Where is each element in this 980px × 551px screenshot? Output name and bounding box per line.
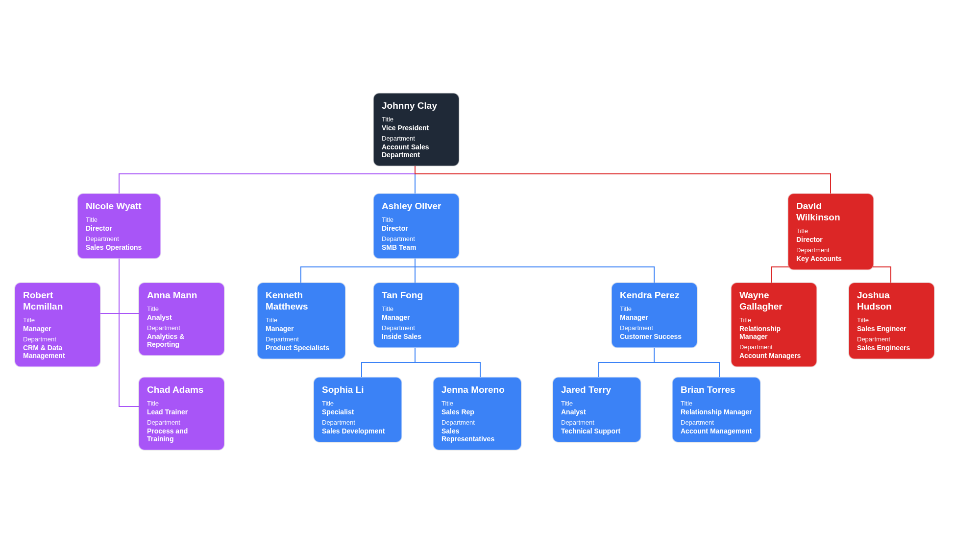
org-node-robert-mcmillan[interactable]: Robert Mcmillan Title Manager Department… — [15, 283, 100, 367]
person-name: Sophia Li — [322, 384, 393, 396]
department-label: Department — [620, 324, 689, 332]
org-node-kendra-perez[interactable]: Kendra Perez Title Manager Department Cu… — [612, 283, 697, 348]
org-node-tan-fong[interactable]: Tan Fong Title Manager Department Inside… — [373, 283, 459, 348]
org-node-wayne-gallagher[interactable]: Wayne Gallagher Title Relationship Manag… — [731, 283, 817, 367]
title-value: Vice President — [382, 124, 451, 132]
department-label: Department — [86, 235, 152, 242]
title-value: Director — [86, 224, 152, 232]
department-label: Department — [382, 135, 451, 142]
person-name: Johnny Clay — [382, 100, 451, 112]
title-value: Director — [382, 224, 451, 232]
department-value: Process and Training — [147, 427, 216, 443]
org-node-kenneth-matthews[interactable]: Kenneth Matthews Title Manager Departmen… — [257, 283, 345, 359]
title-value: Analyst — [147, 313, 216, 321]
department-value: SMB Team — [382, 243, 451, 251]
person-name: Wayne Gallagher — [739, 290, 808, 312]
title-label: Title — [441, 400, 513, 407]
department-label: Department — [147, 419, 216, 426]
title-value: Manager — [23, 325, 92, 333]
department-label: Department — [382, 235, 451, 242]
title-value: Relationship Manager — [681, 408, 752, 416]
title-label: Title — [739, 316, 808, 324]
department-value: Customer Success — [620, 333, 689, 340]
person-name: Tan Fong — [382, 290, 451, 301]
department-value: Sales Operations — [86, 243, 152, 251]
person-name: Chad Adams — [147, 384, 216, 396]
title-value: Sales Engineer — [857, 325, 926, 333]
department-value: Sales Representatives — [441, 427, 513, 443]
title-label: Title — [382, 116, 451, 123]
title-label: Title — [620, 305, 689, 312]
department-value: Account Managers — [739, 352, 808, 359]
title-label: Title — [796, 227, 865, 235]
person-name: Jared Terry — [561, 384, 633, 396]
title-label: Title — [382, 216, 451, 223]
department-label: Department — [857, 335, 926, 343]
title-label: Title — [147, 400, 216, 407]
person-name: Anna Mann — [147, 290, 216, 301]
org-node-brian-torres[interactable]: Brian Torres Title Relationship Manager … — [672, 377, 760, 442]
title-label: Title — [382, 305, 451, 312]
org-node-anna-mann[interactable]: Anna Mann Title Analyst Department Analy… — [139, 283, 224, 356]
org-node-jared-terry[interactable]: Jared Terry Title Analyst Department Tec… — [553, 377, 641, 442]
department-value: Sales Development — [322, 427, 393, 435]
department-label: Department — [266, 335, 337, 343]
org-node-johnny-clay[interactable]: Johnny Clay Title Vice President Departm… — [373, 93, 459, 166]
title-label: Title — [23, 316, 92, 324]
department-value: Analytics & Reporting — [147, 333, 216, 348]
title-value: Manager — [620, 313, 689, 321]
person-name: Ashley Oliver — [382, 201, 451, 212]
department-value: Technical Support — [561, 427, 633, 435]
department-value: CRM & Data Management — [23, 344, 92, 359]
department-value: Inside Sales — [382, 333, 451, 340]
title-value: Manager — [382, 313, 451, 321]
org-node-nicole-wyatt[interactable]: Nicole Wyatt Title Director Department S… — [77, 193, 161, 259]
title-value: Manager — [266, 325, 337, 333]
org-node-chad-adams[interactable]: Chad Adams Title Lead Trainer Department… — [139, 377, 224, 450]
title-value: Analyst — [561, 408, 633, 416]
department-label: Department — [23, 335, 92, 343]
person-name: David Wilkinson — [796, 201, 865, 223]
person-name: Robert Mcmillan — [23, 290, 92, 312]
person-name: Brian Torres — [681, 384, 752, 396]
title-label: Title — [857, 316, 926, 324]
org-node-sophia-li[interactable]: Sophia Li Title Specialist Department Sa… — [314, 377, 402, 442]
department-label: Department — [739, 343, 808, 351]
department-label: Department — [382, 324, 451, 332]
department-value: Product Specialists — [266, 344, 337, 352]
title-value: Lead Trainer — [147, 408, 216, 416]
person-name: Joshua Hudson — [857, 290, 926, 312]
org-node-jenna-moreno[interactable]: Jenna Moreno Title Sales Rep Department … — [433, 377, 521, 450]
title-value: Specialist — [322, 408, 393, 416]
department-label: Department — [561, 419, 633, 426]
department-label: Department — [796, 246, 865, 254]
title-label: Title — [266, 316, 337, 324]
title-value: Sales Rep — [441, 408, 513, 416]
person-name: Jenna Moreno — [441, 384, 513, 396]
title-label: Title — [681, 400, 752, 407]
person-name: Nicole Wyatt — [86, 201, 152, 212]
person-name: Kenneth Matthews — [266, 290, 337, 312]
org-node-ashley-oliver[interactable]: Ashley Oliver Title Director Department … — [373, 193, 459, 259]
title-label: Title — [322, 400, 393, 407]
department-value: Sales Engineers — [857, 344, 926, 352]
department-label: Department — [147, 324, 216, 332]
department-value: Account Sales Department — [382, 143, 451, 159]
department-label: Department — [681, 419, 752, 426]
department-value: Key Accounts — [796, 255, 865, 263]
department-value: Account Management — [681, 427, 752, 435]
department-label: Department — [322, 419, 393, 426]
person-name: Kendra Perez — [620, 290, 689, 301]
org-node-joshua-hudson[interactable]: Joshua Hudson Title Sales Engineer Depar… — [849, 283, 934, 359]
title-label: Title — [561, 400, 633, 407]
connector-lines — [0, 0, 980, 551]
title-label: Title — [86, 216, 152, 223]
org-node-david-wilkinson[interactable]: David Wilkinson Title Director Departmen… — [788, 193, 874, 270]
title-label: Title — [147, 305, 216, 312]
department-label: Department — [441, 419, 513, 426]
title-value: Relationship Manager — [739, 325, 808, 340]
title-value: Director — [796, 236, 865, 243]
